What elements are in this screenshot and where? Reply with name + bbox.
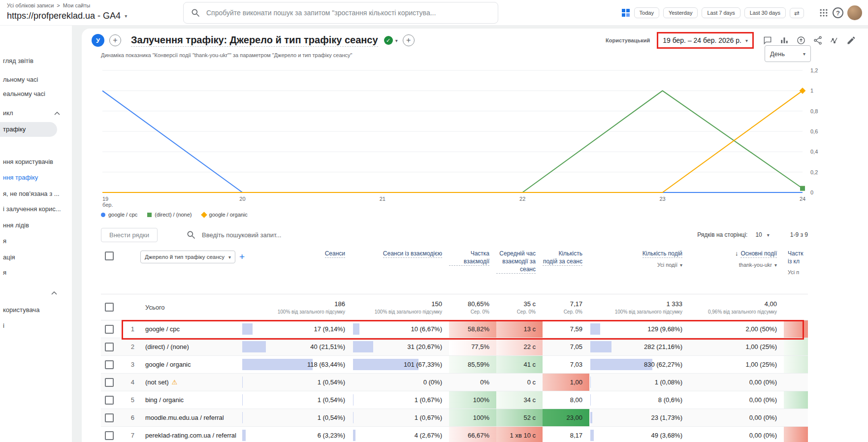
dimension-select[interactable]: Джерело й тип трафіку сеансу ▾ <box>140 251 235 263</box>
col-engagement-rate[interactable]: Частка взаємодії <box>449 250 489 266</box>
date-preset-today[interactable]: Today <box>634 7 659 18</box>
table-row: 2 (direct) / (none) 40 (21,51%) 31 (20,6… <box>101 338 808 356</box>
row-checkbox[interactable] <box>105 396 114 405</box>
table-search[interactable] <box>186 230 350 240</box>
date-preset-last30[interactable]: Last 30 days <box>744 7 786 18</box>
totals-sessions: 186 <box>334 300 345 308</box>
row-checkbox[interactable] <box>105 325 114 334</box>
edit-icon[interactable] <box>846 35 856 45</box>
cell-events: 129 (9,68%) <box>589 320 689 338</box>
breadcrumb-accounts[interactable]: Усі облікові записи <box>7 2 54 8</box>
sidebar-item-10[interactable]: я <box>0 236 69 246</box>
verified-check-icon[interactable]: ✓ <box>384 36 393 45</box>
cell-engaged: 1 (0,67%) <box>352 409 449 426</box>
sidebar-item-unassigned[interactable]: я, не пов'язана з ... <box>0 189 69 199</box>
select-all-checkbox[interactable] <box>105 252 114 260</box>
dimension-value: google / organic <box>140 361 241 368</box>
sidebar-item-lead-gen[interactable]: ння лідів <box>0 221 69 230</box>
pagination-controls: Рядків на сторінці: 10 ▾ 1-9 з 9 <box>697 229 808 240</box>
col-engaged-sessions[interactable]: Сеанси із взаємодією <box>383 250 442 258</box>
cell-eps: 23,00 <box>543 409 589 426</box>
chevron-down-icon: ▾ <box>125 13 127 19</box>
chart-legend: google / cpc (direct) / (none) google / … <box>101 212 248 218</box>
cell-rate: 0% <box>449 374 496 391</box>
sidebar-item-14[interactable]: і <box>0 321 69 331</box>
sidebar-item-11[interactable]: ація <box>0 253 69 262</box>
help-icon[interactable]: ? <box>833 7 843 18</box>
chevron-down-icon: ▾ <box>680 262 682 268</box>
search-icon <box>191 8 200 18</box>
sparkline-icon[interactable] <box>830 35 839 45</box>
totals-time: 35 с <box>523 300 536 308</box>
expand-rows-button[interactable]: Внести рядки <box>101 228 158 242</box>
date-preset-last7[interactable]: Last 7 days <box>702 7 740 18</box>
cell-events: 1 (0,08%) <box>589 374 689 391</box>
col-event-count[interactable]: Кількість подій <box>643 250 682 258</box>
compare-icon[interactable]: ⇄ <box>790 8 804 18</box>
sidebar-item-user-attr[interactable]: користувача <box>0 305 69 315</box>
row-checkbox[interactable] <box>105 431 114 440</box>
share-icon[interactable] <box>813 35 823 45</box>
sidebar-item-realtime-2[interactable]: еальному часі <box>0 89 69 99</box>
property-selector[interactable]: https://profpereklad.ua - GA4 ▾ <box>7 11 127 21</box>
sidebar-item-user-acquisition[interactable]: ння користувачів <box>0 157 69 167</box>
cell-sessions: 1 (0,54%) <box>241 409 352 426</box>
cut-filter-select[interactable]: Усі п <box>788 269 799 275</box>
add-collaborator-button[interactable]: + <box>109 34 121 46</box>
report-actions <box>763 35 856 45</box>
date-preset-yesterday[interactable]: Yesterday <box>663 7 698 18</box>
table-body: 1 google / cpc 17 (9,14%) 10 (6,67%) 58,… <box>101 320 808 442</box>
row-checkbox[interactable] <box>105 343 114 351</box>
chevron-up-icon[interactable] <box>51 291 57 295</box>
sidebar-item-traffic-acquisition[interactable]: ння трафіку <box>0 173 69 183</box>
cell-eps: 7,03 <box>543 356 589 373</box>
row-checkbox[interactable] <box>105 360 114 369</box>
key-events-filter-select[interactable]: thank-you-ukr▾ <box>739 262 777 268</box>
global-search-input[interactable] <box>206 9 491 17</box>
cell-time: 13 с <box>496 320 543 338</box>
table-search-input[interactable] <box>202 231 350 239</box>
col-avg-engagement-time[interactable]: Середній час взаємодії за сеанс <box>496 250 536 274</box>
report-header: У + Залучення трафіку: Джерело й тип тра… <box>82 29 868 52</box>
col-cut-line1[interactable]: Частк <box>788 250 803 257</box>
col-sessions[interactable]: Сеанси <box>325 250 345 258</box>
rows-per-page-select[interactable]: 10 ▾ <box>752 229 772 240</box>
cell-engaged: 1 (0,67%) <box>352 391 449 409</box>
add-report-button[interactable]: + <box>403 34 415 46</box>
sidebar-item-reports-overview[interactable]: гляд звітів <box>0 56 69 66</box>
workspace-avatar[interactable]: У <box>92 34 104 47</box>
date-range-picker[interactable]: 19 бер. – 24 бер. 2026 р. ▾ <box>657 32 754 49</box>
chevron-down-icon[interactable]: ▾ <box>395 38 398 43</box>
sidebar-item-acquisition-overview[interactable]: трафіку <box>0 122 57 137</box>
col-key-events[interactable]: Основні події <box>740 250 777 258</box>
series-square-marker <box>147 213 152 217</box>
event-count-filter-select[interactable]: Усі події▾ <box>657 262 682 268</box>
breadcrumb: Усі облікові записи > Мои сайты <box>7 2 90 8</box>
totals-events: 1 333 <box>666 300 682 308</box>
row-checkbox[interactable] <box>105 413 114 422</box>
sidebar-item-engagement[interactable]: і залучення корис... <box>0 204 69 214</box>
totals-checkbox[interactable] <box>105 303 114 312</box>
comment-icon[interactable] <box>763 35 772 45</box>
cell-time: 52 с <box>496 409 543 426</box>
breadcrumb-section[interactable]: Мои сайты <box>63 2 90 8</box>
row-number: 7 <box>121 432 140 439</box>
global-search[interactable] <box>183 2 498 24</box>
chevron-up-icon[interactable] <box>54 112 60 116</box>
cell-engaged: 0 (0%) <box>352 374 449 391</box>
col-events-per-session[interactable]: Кількість подій за сеанс <box>543 250 582 266</box>
apps-grid-icon[interactable] <box>819 8 829 18</box>
table-calendar-icon[interactable] <box>621 8 630 17</box>
col-cut-line2[interactable]: із кл <box>788 257 800 265</box>
sidebar-item-realtime-1[interactable]: льному часі <box>0 75 69 85</box>
row-checkbox[interactable] <box>105 378 114 387</box>
table-row: 1 google / cpc 17 (9,14%) 10 (6,67%) 58,… <box>101 320 808 338</box>
user-avatar[interactable] <box>847 5 862 20</box>
sidebar-item-12[interactable]: я <box>0 268 69 278</box>
legend-label: google / cpc <box>108 212 137 218</box>
sort-desc-icon[interactable]: ↓ <box>735 250 739 257</box>
insights-icon[interactable] <box>796 35 806 45</box>
cell-eps: 8,17 <box>543 427 589 442</box>
cell-rate: 100% <box>449 409 496 426</box>
bar-chart-icon[interactable] <box>779 35 789 45</box>
